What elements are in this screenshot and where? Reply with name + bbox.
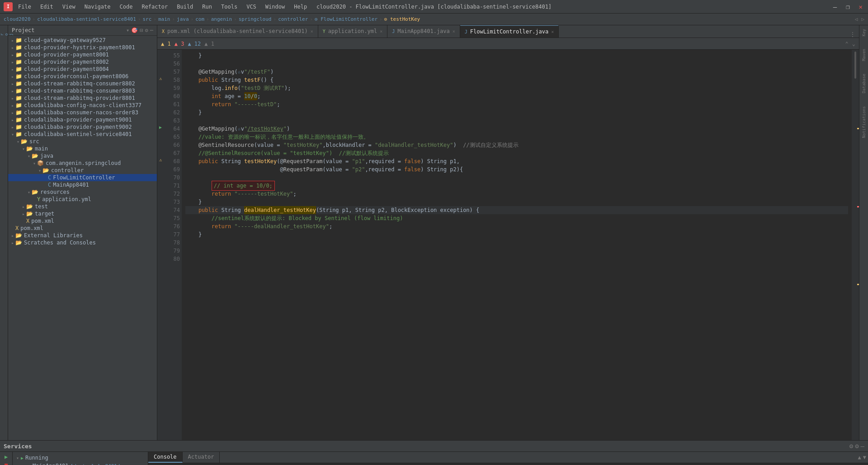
tree-arrow-target[interactable]: ▸	[21, 211, 26, 216]
tab-flowlimit-java[interactable]: J FlowLimitController.java ×	[460, 25, 559, 38]
tree-item-hystrix[interactable]: ▸📁cloud-provider-hystrix-payment8001	[8, 44, 157, 51]
project-icon[interactable]: Proj	[0, 31, 8, 38]
menu-run[interactable]: Run	[200, 3, 214, 11]
tree-item-resources[interactable]: ▾📂resources	[8, 188, 157, 196]
recent-files-icon[interactable]: ⋮	[850, 31, 855, 38]
tree-item-scratches[interactable]: ▸📂Scratches and Consoles	[8, 239, 157, 246]
gutter-run-64[interactable]: ▶	[157, 123, 164, 131]
port-label[interactable]: :8401/	[102, 463, 120, 465]
tree-item-sentinel8401[interactable]: ▾📁cloudalibaba-sentinel-service8401	[8, 131, 157, 138]
tree-item-appyml[interactable]: Yapplication.yml	[8, 196, 157, 203]
menu-vcs[interactable]: VCS	[245, 3, 258, 11]
nav-forward-icon[interactable]: ▷	[861, 16, 864, 22]
console-tab[interactable]: Console	[148, 452, 183, 463]
menu-view[interactable]: View	[61, 3, 77, 11]
more-options-icon[interactable]: ⋯	[150, 27, 153, 33]
menu-window[interactable]: Window	[264, 3, 287, 11]
tree-item-rabbitmq8801[interactable]: ▸📁cloud-stream-rabbitmq-provider8801	[8, 94, 157, 102]
tree-item-gateway[interactable]: ▸📁cloud-gateway-gateway9527	[8, 37, 157, 44]
tree-arrow-pkg[interactable]: ▾	[32, 161, 37, 166]
tree-arrow-extlibs[interactable]: ▸	[10, 233, 15, 238]
tree-item-payment9001[interactable]: ▸📁cloudalibaba-provider-payment9001	[8, 116, 157, 123]
tree-arrow-sentinel8401[interactable]: ▾	[10, 132, 15, 137]
tree-item-consul8006[interactable]: ▸📁cloud-providerconsul-payment8006	[8, 73, 157, 80]
tree-arrow-payment9002[interactable]: ▸	[10, 125, 15, 130]
tree-item-controller[interactable]: ▾📂controller	[8, 167, 157, 174]
services-close-icon[interactable]: —	[861, 442, 864, 450]
tree-arrow-hystrix[interactable]: ▸	[10, 45, 15, 50]
breadcrumb-src[interactable]: src	[142, 16, 151, 22]
maximize-button[interactable]: ❐	[844, 3, 851, 10]
tab-mainapp-close[interactable]: ×	[453, 29, 455, 34]
tab-pom-xml[interactable]: X pom.xml (cloudalibaba-sentinel-service…	[157, 25, 318, 38]
tree-arrow-rabbitmq8802[interactable]: ▸	[10, 81, 15, 86]
run-service-icon[interactable]: ▶	[5, 454, 8, 460]
tree-item-pom8401[interactable]: Xpom.xml	[8, 217, 157, 225]
tree-arrow-payment8002[interactable]: ▸	[10, 60, 15, 65]
tree-item-target[interactable]: ▸📂target	[8, 210, 157, 217]
breadcrumb-main[interactable]: main	[158, 16, 170, 22]
tree-item-pomroot[interactable]: Xpom.xml	[8, 225, 157, 232]
code-content[interactable]: } @GetMapping(☆v"/testF") public String …	[182, 50, 852, 440]
breadcrumb-method[interactable]: ⊙ testHotKey	[384, 16, 420, 22]
tree-item-extlibs[interactable]: ▸📂External Libraries	[8, 232, 157, 239]
tree-item-rabbitmq8802[interactable]: ▸📁cloud-stream-rabbitmq-consumer8802	[8, 80, 157, 87]
tree-item-src[interactable]: ▾📂src	[8, 138, 157, 145]
tree-arrow-java[interactable]: ▾	[26, 154, 32, 159]
breadcrumb-angenin[interactable]: angenin	[211, 16, 232, 22]
collapse-icon[interactable]: ⌄	[852, 41, 855, 47]
tree-arrow-controller[interactable]: ▾	[37, 168, 42, 173]
tree-arrow-rabbitmq8803[interactable]: ▸	[10, 89, 15, 94]
tree-arrow-rabbitmq8801[interactable]: ▸	[10, 96, 15, 101]
menu-edit[interactable]: Edit	[38, 3, 55, 11]
info-count[interactable]: ▲ 12	[188, 41, 201, 47]
menu-code[interactable]: Code	[118, 3, 135, 11]
tree-item-rabbitmq8803[interactable]: ▸📁cloud-stream-rabbitmq-consumer8803	[8, 87, 157, 94]
tree-item-payment8002[interactable]: ▸📁cloud-provider-payment8002	[8, 58, 157, 66]
tree-arrow-src[interactable]: ▾	[15, 139, 21, 144]
collapse-all-icon[interactable]: ⊟	[140, 27, 143, 33]
menu-navigate[interactable]: Navigate	[83, 3, 113, 11]
nav-back-icon[interactable]: ◁	[855, 16, 858, 22]
tree-arrow-resources[interactable]: ▾	[26, 190, 32, 195]
key-promoter-icon[interactable]: Key	[862, 29, 866, 36]
menu-refactor[interactable]: Refactor	[140, 3, 170, 11]
tree-item-mainapp[interactable]: CMainApp8401	[8, 181, 157, 188]
tree-arrow-payment9001[interactable]: ▸	[10, 117, 15, 122]
menu-bar[interactable]: File Edit View Navigate Code Refactor Bu…	[16, 3, 309, 11]
code-editor[interactable]: ⚠ ▶ ⚠	[157, 50, 859, 440]
tab-yml-close[interactable]: ×	[380, 29, 382, 34]
tree-arrow-main[interactable]: ▾	[21, 146, 26, 151]
breadcrumb-springcloud[interactable]: springcloud	[239, 16, 272, 22]
console-scroll-up[interactable]: ▲	[858, 454, 861, 460]
tree-item-java[interactable]: ▾📂java	[8, 152, 157, 160]
actuator-tab[interactable]: Actuator	[183, 452, 220, 463]
tree-item-flowlimit[interactable]: CFlowLimitController	[8, 174, 157, 181]
tree-arrow-payment8001[interactable]: ▸	[10, 52, 15, 57]
locate-file-icon[interactable]: 🎯	[131, 27, 138, 33]
close-button[interactable]: ✕	[857, 3, 864, 10]
tree-arrow-nacos83[interactable]: ▸	[10, 110, 15, 115]
tree-item-payment8001[interactable]: ▸📁cloud-provider-payment8001	[8, 51, 157, 58]
services-settings-icon[interactable]: ⚙	[849, 442, 853, 450]
breadcrumb-controller[interactable]: controller	[278, 16, 308, 22]
tree-item-test[interactable]: ▸📂test	[8, 203, 157, 210]
tree-item-main[interactable]: ▾📂main	[8, 145, 157, 152]
tree-item-payment9002[interactable]: ▸📁cloudalibaba-provider-payment9002	[8, 123, 157, 131]
tree-item-pkg[interactable]: ▾📦com.angenin.springcloud	[8, 160, 157, 167]
error-count[interactable]: ▲ 3	[175, 41, 184, 47]
minimize-button[interactable]: —	[831, 3, 839, 10]
breadcrumb-com[interactable]: com	[195, 16, 204, 22]
tab-pom-close[interactable]: ×	[311, 29, 313, 34]
notifications-icon[interactable]: Notifications	[862, 106, 866, 138]
main-app-service[interactable]: ▾ ▶ MainApp8401 [devtools] :8401/	[13, 462, 148, 465]
stop-service-icon[interactable]: ■	[5, 462, 8, 465]
tab-flowlimit-close[interactable]: ×	[551, 29, 554, 34]
tab-mainapp-java[interactable]: J MainApp8401.java ×	[387, 25, 460, 38]
expand-icon[interactable]: ⌃	[845, 41, 849, 47]
maven-icon[interactable]: Maven	[862, 49, 866, 61]
hint-count[interactable]: ▲ 1	[204, 41, 214, 47]
tree-arrow-gateway[interactable]: ▸	[10, 38, 15, 43]
menu-file[interactable]: File	[16, 3, 33, 11]
tree-item-nacos83[interactable]: ▸📁cloudalibaba-consumer-nacos-order83	[8, 109, 157, 116]
